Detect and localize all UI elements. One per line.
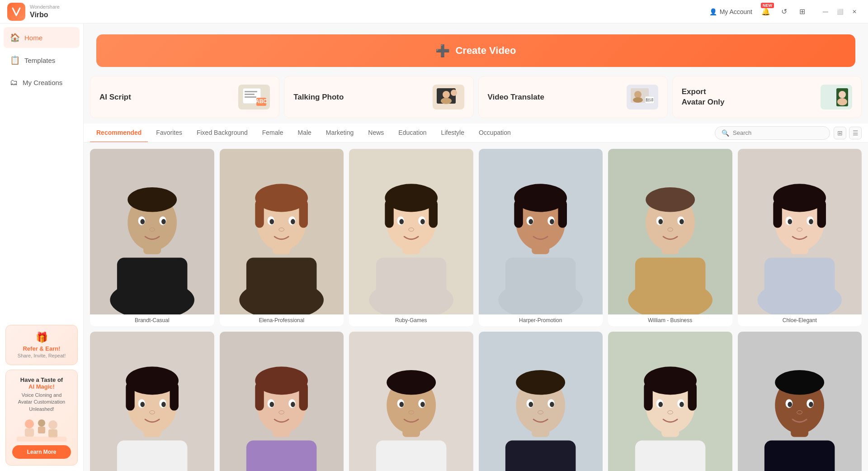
tab-fixed-background[interactable]: Fixed Background [190,124,254,142]
sidebar-creations-label: My Creations [23,79,62,86]
svg-point-147 [679,402,684,407]
window-controls: — ⬜ ✕ [819,5,861,18]
feature-cards: AI Script ABC Talking Photo [84,76,868,124]
list-view-button[interactable]: ☰ [849,127,862,139]
main-layout: 🏠 Home 📋 Templates 🗂 My Creations 🎁 Refe… [0,24,868,471]
close-button[interactable]: ✕ [848,5,861,18]
svg-point-0 [25,419,34,428]
search-box: 🔍 [715,126,830,140]
svg-point-114 [270,402,274,407]
video-translate-label: Video Translate [488,93,544,102]
svg-point-14 [443,91,450,98]
app-name: Wondershare Virbo [30,4,60,19]
svg-point-18 [634,91,642,98]
ai-magic-card: Have a Taste of AI Magic! Voice Cloning … [5,370,78,466]
avatar-image [479,332,603,471]
avatar-card[interactable]: Harper-Promotion [479,149,603,326]
avatar-card[interactable]: Gabriel-Business [479,332,603,471]
my-account-button[interactable]: 👤 My Account [709,8,752,15]
sidebar-item-home[interactable]: 🏠 Home [4,27,80,48]
svg-text:ABC: ABC [255,98,267,105]
sidebar-item-creations[interactable]: 🗂 My Creations [4,72,80,93]
search-icon: 🔍 [722,129,729,137]
tab-marketing[interactable]: Marketing [320,124,360,142]
svg-rect-138 [635,440,705,471]
svg-point-134 [529,402,533,407]
svg-rect-65 [558,200,567,228]
search-input[interactable] [733,129,823,136]
svg-point-68 [529,219,533,224]
ai-script-image: ABC [238,85,270,109]
svg-point-135 [550,402,554,407]
svg-point-116 [279,410,284,414]
svg-point-157 [809,402,813,407]
avatar-card[interactable]: Giulia-Business [90,332,214,471]
tab-female[interactable]: Female [256,124,290,142]
svg-point-46 [279,228,284,231]
svg-point-102 [140,402,145,407]
minimize-button[interactable]: — [819,5,832,18]
refer-card[interactable]: 🎁 Refer & Earn! Share, Invite, Repeat! [5,325,78,365]
svg-rect-10 [245,96,256,98]
new-badge: NEW [761,3,774,8]
create-video-banner[interactable]: ➕ Create Video [96,34,855,67]
grid-view-button[interactable]: ⊞ [834,127,846,139]
app-name-text: Virbo [30,10,60,19]
tab-favorites[interactable]: Favorites [150,124,189,142]
svg-rect-26 [117,257,187,310]
avatar-image [738,332,862,471]
gift-icon: 🔔 [761,7,770,16]
svg-rect-110 [255,382,264,410]
svg-point-121 [387,370,436,395]
svg-rect-98 [126,382,134,410]
svg-rect-48 [376,257,446,310]
tab-lifestyle[interactable]: Lifestyle [435,124,471,142]
svg-point-57 [420,219,425,224]
svg-point-104 [149,410,155,414]
feature-card-ai-script[interactable]: AI Script ABC [90,76,279,118]
svg-rect-52 [385,200,393,228]
avatar-card[interactable]: Brandt-Casual [90,149,214,326]
avatar-card[interactable]: Mina - Hanfu [608,332,732,471]
avatar-card[interactable]: Ruby-Formal [220,332,344,471]
tab-male[interactable]: Male [291,124,317,142]
learn-more-button[interactable]: Learn More [12,445,71,459]
svg-rect-86 [773,200,782,228]
maximize-button[interactable]: ⬜ [834,5,846,18]
gift-icon-btn[interactable]: 🔔 NEW [760,5,772,18]
tab-education[interactable]: Education [392,124,433,142]
svg-rect-60 [505,257,576,310]
svg-point-103 [161,402,166,407]
avatar-card[interactable]: Ruby-Games [349,149,473,326]
svg-point-125 [420,402,425,407]
grid-icon-btn[interactable]: ⊞ [796,5,808,18]
avatar-card[interactable]: Elena-Professional [220,149,344,326]
tab-recommended[interactable]: Recommended [90,124,148,142]
svg-rect-64 [514,200,523,228]
tab-occupation[interactable]: Occupation [472,124,517,142]
ai-script-label: AI Script [99,93,131,102]
avatar-image [608,149,732,314]
svg-rect-106 [246,440,317,471]
create-video-icon: ➕ [435,44,450,58]
svg-rect-111 [299,382,308,410]
titlebar-icons: 🔔 NEW ↺ ⊞ [760,5,808,18]
feature-card-video-translate[interactable]: Video Translate 翻译 [478,76,668,118]
avatar-card[interactable]: Chloe-Elegant [738,149,862,326]
avatar-card[interactable]: John-Marketer [738,332,862,471]
svg-point-32 [140,219,145,224]
svg-point-34 [149,228,155,231]
sidebar-item-templates[interactable]: 📋 Templates [4,50,80,71]
account-icon: 👤 [709,8,717,15]
svg-point-69 [550,219,554,224]
svg-rect-82 [764,257,835,310]
avatar-card[interactable]: Arjun - Araber [349,332,473,471]
tab-news[interactable]: News [362,124,390,142]
feature-card-talking-photo[interactable]: Talking Photo [284,76,473,118]
avatar-card[interactable]: HOT William - Business [608,149,732,326]
sidebar-nav: 🏠 Home 📋 Templates 🗂 My Creations [0,24,83,319]
feature-card-export-avatar[interactable]: ExportAvatar Only [672,76,862,118]
history-icon-btn[interactable]: ↺ [778,5,790,18]
svg-point-45 [291,219,295,224]
svg-point-44 [270,219,274,224]
